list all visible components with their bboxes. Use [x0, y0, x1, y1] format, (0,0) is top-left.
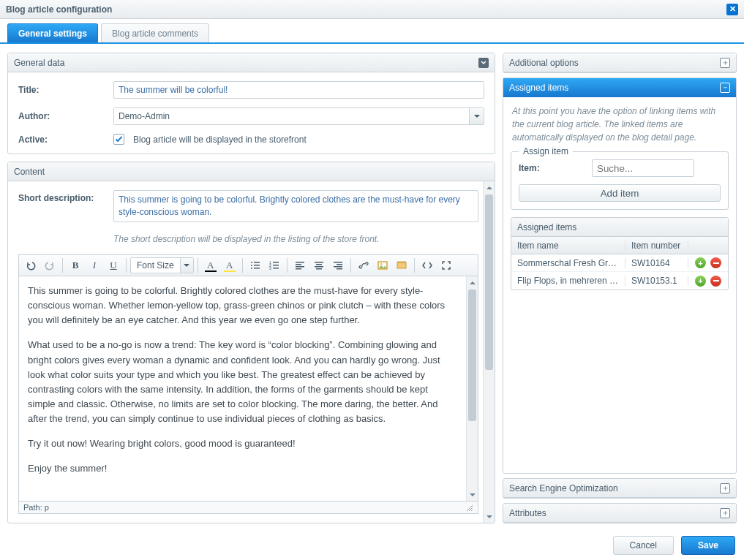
tab-general-settings[interactable]: General settings: [7, 23, 98, 42]
bg-color-icon[interactable]: A: [221, 257, 238, 273]
title-input[interactable]: [113, 81, 484, 99]
footer: Cancel Save: [0, 531, 744, 560]
body-area: General data Title: Author:: [0, 45, 744, 531]
cancel-button[interactable]: Cancel: [613, 536, 674, 555]
media-icon[interactable]: [393, 257, 410, 273]
scroll-thumb[interactable]: [485, 194, 493, 370]
separator: [287, 258, 288, 273]
tab-strip: General settings Blog article comments: [0, 19, 744, 44]
bold-icon[interactable]: B: [67, 257, 84, 273]
text-color-icon[interactable]: A: [202, 257, 219, 273]
svg-point-25: [380, 263, 382, 265]
label-author: Author:: [18, 111, 113, 121]
window-title: Blog article configuration: [6, 4, 112, 15]
panel-header-seo[interactable]: Search Engine Optimization ＋: [503, 479, 736, 498]
align-left-icon[interactable]: [291, 257, 309, 273]
cell-actions: +: [688, 276, 728, 287]
row-title: Title:: [18, 81, 484, 99]
item-search-input[interactable]: [592, 159, 694, 177]
panel-header-assigned[interactable]: Assigned items －: [503, 78, 736, 97]
svg-text:3: 3: [269, 266, 271, 270]
author-combo[interactable]: [113, 107, 484, 125]
scroll-up-icon[interactable]: [467, 276, 478, 288]
fullscreen-icon[interactable]: [437, 257, 455, 273]
row-item: Item:: [519, 159, 721, 177]
close-icon[interactable]: ✕: [726, 4, 738, 15]
svg-rect-17: [316, 264, 322, 265]
collapse-icon[interactable]: [478, 58, 489, 68]
fieldset-legend: Assign item: [519, 146, 573, 156]
rte-editor[interactable]: This summer is going to be colorful. Bri…: [19, 276, 466, 501]
separator: [198, 258, 198, 273]
panel-title: Content: [14, 167, 45, 177]
table-row[interactable]: Flip Flops, in mehreren Farben...SW10153…: [511, 272, 728, 290]
svg-rect-19: [316, 268, 322, 270]
scroll-thumb[interactable]: [468, 290, 476, 421]
bullet-list-icon[interactable]: [247, 257, 264, 273]
underline-icon[interactable]: U: [105, 257, 122, 273]
panel-header-attributes[interactable]: Attributes ＋: [503, 504, 736, 523]
scroll-up-icon[interactable]: [484, 181, 495, 193]
save-button[interactable]: Save: [681, 536, 735, 555]
author-combo-input[interactable]: [114, 108, 469, 124]
label-short-description: Short description:: [18, 190, 113, 203]
short-description-hint: The short description will be displayed …: [113, 234, 478, 244]
chevron-down-icon[interactable]: [469, 108, 484, 124]
chevron-down-icon[interactable]: [180, 258, 193, 273]
scroll-down-icon[interactable]: [484, 511, 495, 523]
cell-item-number: SW10164: [625, 258, 688, 268]
svg-rect-16: [315, 262, 323, 263]
tab-blog-comments[interactable]: Blog article comments: [101, 23, 209, 42]
active-checkbox-label: Blog article will be displayed in the st…: [133, 135, 307, 145]
cell-actions: +: [688, 257, 728, 268]
source-code-icon[interactable]: [418, 257, 436, 273]
content-body: Short description: This summer is going …: [8, 181, 495, 523]
row-short-description: Short description: This summer is going …: [18, 190, 478, 222]
active-checkbox[interactable]: [113, 134, 124, 145]
image-icon[interactable]: [374, 257, 391, 273]
link-icon[interactable]: [355, 257, 372, 273]
window-header: Blog article configuration ✕: [0, 0, 744, 19]
panel-title: Search Engine Optimization: [509, 483, 618, 493]
label-item: Item:: [519, 163, 592, 173]
scroll-down-icon[interactable]: [467, 489, 478, 501]
rich-text-editor: B I U Font Size A A: [18, 254, 478, 514]
expand-icon[interactable]: ＋: [720, 483, 730, 493]
grid-header-row: Item name Item number: [511, 237, 728, 254]
svg-rect-14: [296, 266, 304, 268]
add-item-button[interactable]: Add item: [519, 184, 721, 202]
resize-handle-icon[interactable]: [465, 503, 473, 512]
editor-scrollbar[interactable]: [466, 276, 478, 501]
align-right-icon[interactable]: [329, 257, 347, 273]
font-size-combo[interactable]: Font Size: [130, 257, 194, 273]
short-description-input[interactable]: This summer is going to be colorful. Bri…: [113, 190, 478, 222]
number-list-icon[interactable]: 123: [266, 257, 283, 273]
fieldset-assign-item: Assign item Item: Add item: [511, 151, 729, 210]
delete-icon[interactable]: [710, 257, 721, 268]
italic-icon[interactable]: I: [86, 257, 103, 273]
col-header-number[interactable]: Item number: [625, 241, 688, 251]
panel-attributes: Attributes ＋: [503, 503, 737, 523]
add-icon[interactable]: +: [695, 257, 706, 268]
content-scrollbar[interactable]: [483, 181, 495, 523]
expand-icon[interactable]: ＋: [720, 508, 730, 518]
align-center-icon[interactable]: [310, 257, 328, 273]
assigned-grid-wrap: Assigned items Item name Item number Som…: [503, 217, 736, 473]
table-row[interactable]: Sommerschal Fresh GreenSW10164+: [511, 254, 728, 272]
col-header-name[interactable]: Item name: [511, 241, 625, 251]
cell-item-name: Sommerschal Fresh Green: [511, 258, 625, 268]
redo-icon[interactable]: [41, 257, 59, 273]
panel-header-additional[interactable]: Additional options ＋: [503, 53, 736, 72]
expand-icon[interactable]: ＋: [720, 58, 730, 68]
grid-title: Assigned items: [517, 222, 576, 232]
svg-rect-7: [273, 262, 279, 263]
svg-rect-9: [273, 265, 279, 266]
svg-rect-12: [296, 262, 304, 263]
panel-header-general-data: General data: [8, 53, 495, 72]
undo-icon[interactable]: [22, 257, 40, 273]
delete-icon[interactable]: [710, 276, 721, 287]
collapse-icon[interactable]: －: [720, 83, 730, 93]
svg-rect-27: [397, 262, 406, 263]
svg-rect-20: [334, 262, 342, 263]
add-icon[interactable]: +: [695, 276, 706, 287]
